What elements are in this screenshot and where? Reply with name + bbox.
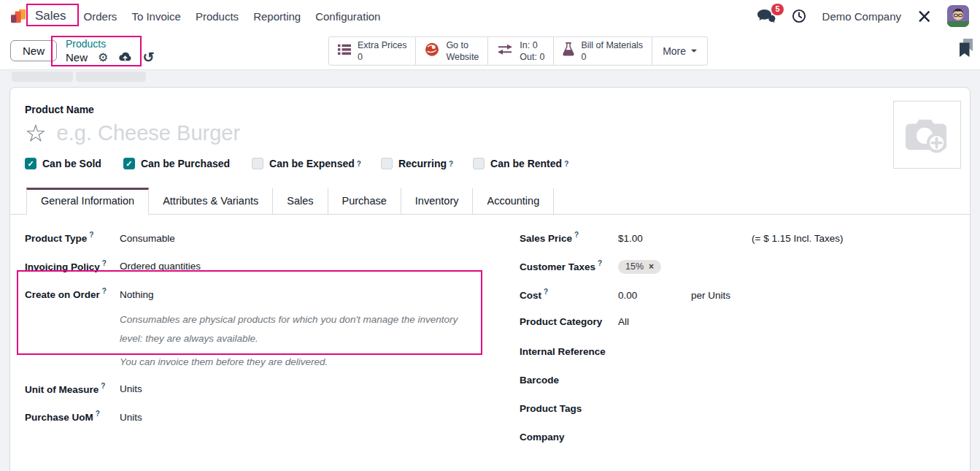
help-icon: ? bbox=[101, 382, 105, 390]
cost-value[interactable]: 0.00 bbox=[618, 290, 691, 302]
smart-button-value: In: 0 bbox=[520, 39, 544, 50]
checkbox-label: Recurring bbox=[398, 158, 447, 169]
breadcrumb-products-link[interactable]: Products bbox=[66, 37, 154, 50]
nav-item-to-invoice[interactable]: To Invoice bbox=[124, 10, 188, 23]
field-label: Barcode bbox=[520, 375, 618, 386]
tab-sales[interactable]: Sales bbox=[273, 188, 328, 214]
internal-reference-input[interactable] bbox=[618, 342, 955, 355]
tab-accounting[interactable]: Accounting bbox=[473, 188, 554, 214]
more-button-label: More bbox=[663, 44, 686, 57]
tab-attributes-variants[interactable]: Attributes & Variants bbox=[149, 188, 273, 214]
bookmark-icon[interactable] bbox=[958, 39, 974, 61]
create-on-order-value[interactable]: Nothing bbox=[120, 289, 468, 302]
field-label: Product Category bbox=[520, 316, 618, 327]
field-label: Product Type bbox=[25, 233, 87, 244]
help-icon: ? bbox=[574, 231, 579, 239]
debug-tools-icon[interactable] bbox=[917, 9, 931, 23]
field-unit-of-measure: Unit of Measure? Units bbox=[25, 382, 498, 397]
field-label: Internal Reference bbox=[520, 346, 618, 357]
help-icon: ? bbox=[598, 259, 602, 267]
tax-tag-label: 15% bbox=[625, 261, 644, 272]
field-sales-price: Sales Price? $1.00 (= $ 1.15 Incl. Taxes… bbox=[520, 231, 955, 245]
checkbox-box[interactable] bbox=[473, 158, 485, 169]
tab-inventory[interactable]: Inventory bbox=[401, 188, 474, 214]
remove-tag-icon[interactable]: × bbox=[649, 261, 654, 272]
sales-price-value[interactable]: $1.00 bbox=[618, 233, 752, 245]
field-cost: Cost? 0.00 per Units bbox=[520, 288, 955, 302]
breadcrumb-current: New bbox=[66, 50, 88, 65]
smart-button-label: Extra Prices bbox=[358, 39, 406, 50]
nav-item-configuration[interactable]: Configuration bbox=[308, 10, 387, 23]
smart-buttons-bar: Extra Prices 0 Go to Website bbox=[328, 36, 708, 66]
product-name-input[interactable] bbox=[57, 121, 524, 145]
user-avatar[interactable] bbox=[947, 5, 969, 27]
help-icon: ? bbox=[96, 410, 100, 418]
in-out-button[interactable]: In: 0 Out: 0 bbox=[488, 37, 554, 65]
consumable-help-text: Consumables are physical products for wh… bbox=[120, 310, 468, 348]
taxes-included-hint: (= $ 1.15 Incl. Taxes) bbox=[752, 233, 843, 244]
product-type-value[interactable]: Consumable bbox=[120, 233, 175, 245]
uom-value[interactable]: Units bbox=[120, 383, 142, 396]
checkbox-label: Can be Expensed bbox=[269, 158, 355, 169]
purchase-uom-value[interactable]: Units bbox=[120, 412, 142, 424]
smart-button-label: Website bbox=[446, 51, 479, 63]
help-icon: ? bbox=[102, 259, 107, 267]
activities-clock-icon[interactable] bbox=[792, 9, 806, 23]
discard-undo-icon[interactable]: ↺ bbox=[142, 50, 154, 64]
tab-purchase[interactable]: Purchase bbox=[328, 188, 401, 214]
nav-item-products[interactable]: Products bbox=[188, 10, 246, 23]
checkbox-label: Can be Sold bbox=[42, 158, 101, 169]
customer-tax-tag[interactable]: 15% × bbox=[618, 260, 661, 274]
nav-item-reporting[interactable]: Reporting bbox=[246, 10, 308, 23]
checkbox-box[interactable] bbox=[252, 158, 263, 169]
product-form-card: Product Name ☆ Can be Sold Can be Purcha… bbox=[9, 87, 971, 471]
product-image-upload[interactable] bbox=[893, 101, 961, 169]
checkbox-box[interactable] bbox=[381, 158, 393, 169]
smart-button-label: Go to bbox=[446, 39, 479, 50]
messages-icon[interactable]: 5 bbox=[757, 9, 776, 23]
gear-icon[interactable]: ⚙ bbox=[98, 52, 108, 64]
checkbox-can-be-rented[interactable]: Can be Rented? bbox=[473, 158, 568, 169]
checkbox-box[interactable] bbox=[123, 158, 135, 169]
bill-of-materials-button[interactable]: Bill of Materials 0 bbox=[554, 37, 652, 65]
new-button[interactable]: New bbox=[10, 40, 57, 61]
company-switcher[interactable]: Demo Company bbox=[822, 10, 901, 23]
field-company: Company bbox=[520, 428, 955, 443]
checkbox-can-be-sold[interactable]: Can be Sold bbox=[25, 158, 104, 169]
camera-plus-icon bbox=[904, 115, 951, 156]
status-bar-placeholder bbox=[12, 72, 73, 82]
field-create-on-order: Create on Order? Nothing Consumables are… bbox=[25, 287, 498, 372]
app-menu-toggle[interactable]: Sales bbox=[35, 9, 66, 23]
product-tags-input[interactable] bbox=[618, 399, 955, 412]
extra-prices-button[interactable]: Extra Prices 0 bbox=[329, 37, 416, 65]
favorite-star-icon[interactable]: ☆ bbox=[25, 121, 47, 145]
field-product-category: Product Category All bbox=[520, 316, 955, 329]
tab-general-information[interactable]: General Information bbox=[26, 188, 149, 215]
control-panel: New Products New ⚙ ↺ bbox=[0, 32, 980, 69]
company-input[interactable] bbox=[618, 428, 955, 440]
product-options-row: Can be Sold Can be Purchased Can be Expe… bbox=[25, 158, 955, 169]
checkbox-box[interactable] bbox=[25, 158, 36, 169]
help-icon: ? bbox=[89, 231, 93, 239]
app-logo-icon[interactable] bbox=[11, 8, 27, 24]
field-label: Cost bbox=[520, 290, 541, 301]
barcode-input[interactable] bbox=[618, 371, 955, 383]
more-button[interactable]: More bbox=[652, 37, 707, 65]
field-label: Unit of Measure bbox=[25, 383, 99, 394]
cloud-save-icon[interactable] bbox=[118, 52, 132, 64]
checkbox-can-be-expensed[interactable]: Can be Expensed? bbox=[252, 158, 361, 169]
field-label: Product Tags bbox=[520, 403, 618, 414]
checkbox-recurring[interactable]: Recurring? bbox=[381, 158, 453, 169]
top-navbar: Sales Orders To Invoice Products Reporti… bbox=[0, 0, 980, 32]
checkbox-can-be-purchased[interactable]: Can be Purchased bbox=[123, 158, 232, 169]
nav-item-orders[interactable]: Orders bbox=[77, 10, 125, 23]
go-to-website-button[interactable]: Go to Website bbox=[416, 37, 488, 65]
product-category-value[interactable]: All bbox=[618, 316, 629, 329]
field-product-type: Product Type? Consumable bbox=[25, 231, 498, 245]
cost-uom-suffix: per Units bbox=[691, 290, 730, 301]
invoicing-policy-value[interactable]: Ordered quantities bbox=[120, 261, 201, 273]
smart-button-value: 0 bbox=[581, 51, 643, 63]
help-icon: ? bbox=[564, 160, 568, 168]
field-barcode: Barcode bbox=[520, 371, 955, 386]
help-icon: ? bbox=[544, 288, 548, 296]
